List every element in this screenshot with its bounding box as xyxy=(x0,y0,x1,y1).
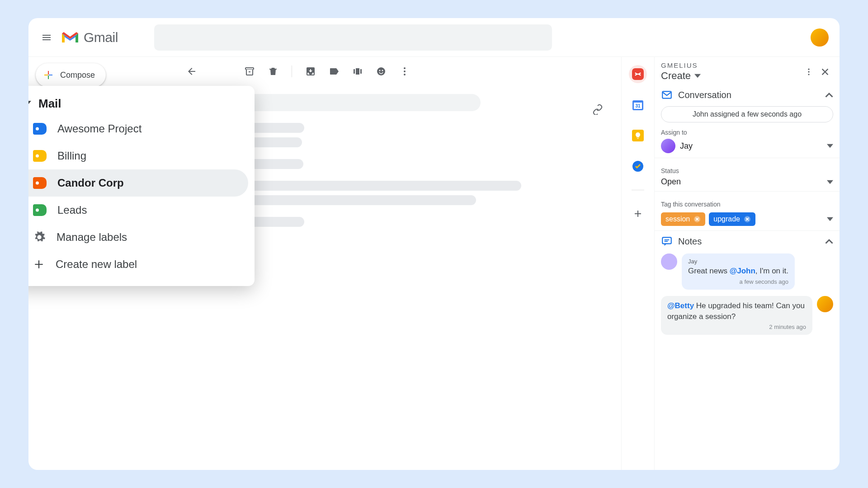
caret-down-icon xyxy=(694,73,701,79)
caret-down-icon xyxy=(827,143,833,149)
notes-title: Notes xyxy=(678,236,820,247)
label-item-billing[interactable]: Billing xyxy=(28,142,248,169)
trash-icon xyxy=(268,66,278,77)
create-label-label: Create new label xyxy=(56,258,137,271)
search-input[interactable] xyxy=(154,24,552,51)
top-bar: Gmail xyxy=(28,18,840,57)
note-author: Jay xyxy=(688,258,788,265)
label-icon xyxy=(33,204,47,216)
popover-heading-row[interactable]: Mail xyxy=(28,92,255,115)
plus-icon xyxy=(632,208,643,219)
gmail-logo-icon xyxy=(60,30,80,45)
note-text: @Betty He upgraded his team! Can you org… xyxy=(667,300,806,322)
tasks-icon xyxy=(632,160,644,172)
remove-tag-icon[interactable] xyxy=(744,216,751,223)
label-button[interactable] xyxy=(328,66,340,77)
arrow-left-icon xyxy=(186,66,197,77)
note-text: Great news @John, I'm on it. xyxy=(688,266,788,277)
note-avatar xyxy=(817,296,833,312)
label-icon xyxy=(329,66,340,77)
mail-outline-icon xyxy=(661,89,673,101)
panel-create-dropdown[interactable]: Create xyxy=(661,70,801,82)
label-item-candor-corp[interactable]: Candor Corp xyxy=(28,169,248,197)
panel-close-button[interactable] xyxy=(817,64,833,80)
label-text: Candor Corp xyxy=(57,177,124,189)
assignee-avatar xyxy=(661,139,675,153)
account-avatar[interactable] xyxy=(811,28,829,47)
status-dropdown[interactable]: Open xyxy=(661,177,833,187)
rail-calendar[interactable]: 31 xyxy=(629,96,647,114)
gear-icon xyxy=(33,231,46,244)
svg-point-14 xyxy=(808,74,809,75)
plus-icon xyxy=(33,258,45,270)
archive-button[interactable] xyxy=(244,66,255,77)
move-to-inbox-button[interactable] xyxy=(305,66,316,77)
panel-brand: GMELIUS xyxy=(661,61,801,69)
note-bubble: Jay Great news @John, I'm on it. a few s… xyxy=(682,253,795,290)
tag-row[interactable]: session upgrade xyxy=(661,212,833,226)
label-icon xyxy=(33,123,47,135)
compose-button[interactable]: Compose xyxy=(36,63,106,87)
note-time: a few seconds ago xyxy=(688,278,788,285)
chat-icon xyxy=(661,235,673,247)
compose-label: Compose xyxy=(60,70,95,80)
svg-point-4 xyxy=(404,70,406,72)
globe-icon xyxy=(376,66,387,77)
tag-label: Tag this conversation xyxy=(661,201,833,208)
status-section: Status Open xyxy=(655,158,840,192)
panel-more-button[interactable] xyxy=(801,64,817,80)
rail-gmelius[interactable] xyxy=(629,65,647,83)
status-label: Status xyxy=(661,167,833,174)
label-icon xyxy=(33,150,47,162)
conversation-section: Conversation John assigned a few seconds… xyxy=(655,84,840,158)
close-icon xyxy=(820,67,830,77)
label-item-awesome-project[interactable]: Awesome Project xyxy=(28,115,248,142)
tag-section: Tag this conversation session upgrade xyxy=(655,192,840,231)
label-item-leads[interactable]: Leads xyxy=(28,197,248,224)
manage-labels-item[interactable]: Manage labels xyxy=(28,224,248,251)
svg-point-3 xyxy=(404,67,406,69)
gmail-logo[interactable]: Gmail xyxy=(60,30,118,45)
create-label-item[interactable]: Create new label xyxy=(28,251,248,278)
conversation-title: Conversation xyxy=(678,90,820,100)
rail-keep[interactable] xyxy=(629,127,647,145)
caret-down-icon[interactable] xyxy=(827,216,833,222)
notes-header[interactable]: Notes xyxy=(661,235,833,247)
conversation-header[interactable]: Conversation xyxy=(661,89,833,101)
tag-session[interactable]: session xyxy=(661,212,705,226)
more-vert-icon xyxy=(399,66,410,77)
copy-link-button[interactable] xyxy=(592,104,603,117)
link-icon xyxy=(592,104,603,115)
rail-add-app[interactable] xyxy=(629,205,647,223)
status-value: Open xyxy=(661,177,827,187)
more-ext-button[interactable] xyxy=(375,66,387,77)
main-menu-button[interactable] xyxy=(36,27,57,48)
note-avatar xyxy=(661,253,677,270)
rail-tasks[interactable] xyxy=(629,157,647,175)
panel-header: GMELIUS Create xyxy=(655,57,840,84)
assign-dropdown[interactable]: Jay xyxy=(661,139,833,153)
remove-tag-icon[interactable] xyxy=(693,216,701,223)
svg-point-5 xyxy=(404,74,406,75)
caret-down-icon xyxy=(28,99,31,108)
back-button[interactable] xyxy=(186,66,198,77)
chevron-up-icon xyxy=(825,91,833,99)
calendar-icon: 31 xyxy=(632,99,644,111)
delete-button[interactable] xyxy=(267,66,279,77)
snooze-button[interactable] xyxy=(352,66,363,77)
side-app-rail: 31 xyxy=(622,57,654,470)
assignee-name: Jay xyxy=(680,141,822,151)
svg-point-1 xyxy=(379,70,381,71)
more-vert-icon xyxy=(804,67,813,76)
more-button[interactable] xyxy=(399,66,410,77)
svg-point-12 xyxy=(808,68,809,70)
note-item: @Betty He upgraded his team! Can you org… xyxy=(661,296,833,335)
svg-point-0 xyxy=(377,67,385,75)
tag-upgrade[interactable]: upgrade xyxy=(709,212,755,226)
label-text: Leads xyxy=(57,204,87,216)
mail-toolbar xyxy=(178,57,621,86)
label-text: Billing xyxy=(57,150,86,162)
app-window: Gmail Compose xyxy=(28,18,840,470)
archive-icon xyxy=(244,66,255,77)
hamburger-icon xyxy=(41,32,52,43)
